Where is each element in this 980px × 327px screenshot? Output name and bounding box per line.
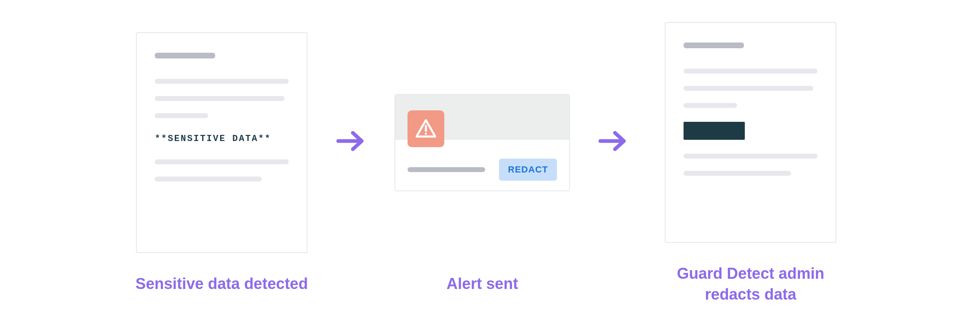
doc-line (155, 159, 289, 164)
stage1-caption: Sensitive data detected (136, 273, 308, 294)
doc-title-placeholder (684, 43, 744, 48)
redact-button[interactable]: REDACT (499, 159, 557, 181)
stage3-caption: Guard Detect admin redacts data (657, 263, 844, 305)
redaction-flow-diagram: **SENSITIVE DATA** Sensitive data detect… (136, 22, 844, 305)
warning-badge (408, 110, 444, 147)
warning-triangle-icon (416, 119, 436, 138)
document-redacted (665, 22, 836, 243)
stage-redacted: Guard Detect admin redacts data (657, 22, 844, 305)
stage-alert: REDACT Alert sent (394, 32, 570, 294)
stage2-caption: Alert sent (447, 273, 518, 294)
doc-line (684, 171, 791, 176)
doc-line (684, 69, 817, 74)
doc-line (684, 86, 813, 91)
doc-line (155, 96, 285, 101)
document-with-sensitive-data: **SENSITIVE DATA** (136, 32, 307, 253)
svg-point-1 (425, 133, 427, 135)
doc-line (155, 177, 262, 181)
alert-card-header (395, 95, 569, 140)
alert-card-body: REDACT (395, 140, 569, 190)
arrow-icon (336, 129, 366, 153)
sensitive-data-marker: **SENSITIVE DATA** (155, 134, 289, 144)
alert-text-placeholder (408, 167, 485, 172)
doc-line (155, 79, 289, 84)
alert-card: REDACT (394, 94, 570, 191)
doc-title-placeholder (155, 53, 215, 58)
doc-line (684, 103, 737, 108)
doc-line (155, 113, 208, 118)
doc-line (684, 154, 817, 159)
arrow-icon (599, 129, 628, 153)
stage-detected: **SENSITIVE DATA** Sensitive data detect… (136, 32, 308, 294)
redacted-content-block (684, 122, 745, 140)
